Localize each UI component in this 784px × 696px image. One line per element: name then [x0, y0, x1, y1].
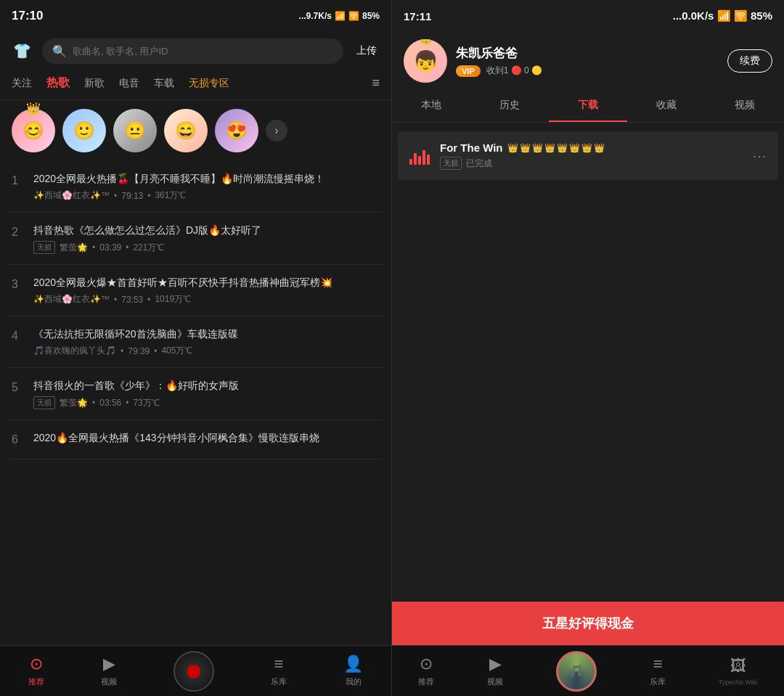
library-label-right: 乐库 — [650, 676, 666, 687]
song-num-3: 3 — [12, 278, 23, 291]
song-info-1: 2020全网最火热播🍒【月亮不睡我不睡】🔥时尚潮流慢摇串烧！ ✨西域🌸红衣✨™ … — [33, 171, 380, 202]
song-item-1[interactable]: 1 2020全网最火热播🍒【月亮不睡我不睡】🔥时尚潮流慢摇串烧！ ✨西域🌸红衣✨… — [9, 161, 383, 213]
tab-car[interactable]: 车载 — [154, 74, 174, 93]
tab-download[interactable]: 下载 — [549, 90, 627, 122]
left-status-bar: 17:10 ...9.7K/s 📶 🛜 85% — [0, 0, 391, 32]
avatar-row: 👑 😊 🙂 😐 😄 😍 › — [0, 100, 391, 161]
tab-local[interactable]: 本地 — [392, 90, 470, 122]
left-bottom-nav: ⊙ 推荐 ▶ 视频 ⏺ ≡ 乐库 👤 我的 — [0, 645, 391, 696]
song-item-3[interactable]: 3 2020全网最火爆★首首好听★百听不厌快手抖音热播神曲冠军榜💥 ✨西域🌸红衣… — [9, 265, 383, 316]
mine-label: 我的 — [346, 676, 362, 687]
nav-video-left[interactable]: ▶ 视频 — [101, 655, 117, 687]
right-bottom-nav: ⊙ 推荐 ▶ 视频 🎵 ≡ 乐库 🖼 Typecho.Wiki — [392, 645, 784, 696]
song-item-5[interactable]: 5 抖音很火的一首歌《少年》：🔥好听的女声版 无损 繁萤🌟 • 03:56 • … — [9, 368, 383, 420]
user-vip-row: VIP 收到1 🔴 0 🟡 — [456, 65, 719, 77]
album-art-icon: 🎵 — [569, 664, 584, 678]
nav-mine[interactable]: 👤 我的 — [343, 655, 363, 687]
duration-5: 03:56 — [99, 398, 121, 408]
avatar-img-5: 😍 — [215, 109, 258, 152]
artist-4: 🎵喜欢嗨的疯丫头🎵 — [33, 345, 116, 357]
nav-library-right[interactable]: ≡ 乐库 — [650, 655, 666, 687]
avatar-img-4: 😄 — [164, 109, 208, 152]
tab-collect[interactable]: 收藏 — [627, 90, 706, 122]
duration-4: 79:39 — [128, 346, 150, 356]
song-meta-1: ✨西域🌸红衣✨™ • 79:13 • 361万℃ — [33, 189, 380, 202]
wifi-icon: 🛜 — [348, 11, 359, 21]
nav-recommend[interactable]: ⊙ 推荐 — [28, 655, 44, 687]
song-meta-3: ✨西域🌸红衣✨™ • 73:53 • 1019万℃ — [33, 293, 380, 306]
user-crown-icon: 👑 — [420, 39, 432, 45]
avatar-2[interactable]: 🙂 — [62, 109, 106, 152]
battery-left: 85% — [362, 11, 380, 21]
download-item-1[interactable]: For The Win 👑👑👑👑👑👑👑👑 无损 已完成 ⋯ — [398, 131, 778, 180]
nav-recommend-right[interactable]: ⊙ 推荐 — [418, 655, 434, 687]
recommend-label: 推荐 — [28, 676, 44, 687]
artist-2: 繁萤🌟 — [60, 242, 88, 254]
video-label-left: 视频 — [101, 676, 117, 687]
tab-hot[interactable]: 热歌 — [46, 73, 70, 94]
recommend-label-right: 推荐 — [418, 676, 434, 687]
upload-button[interactable]: 上传 — [351, 41, 383, 60]
recommend-icon: ⊙ — [30, 655, 43, 674]
avatar-3[interactable]: 😐 — [113, 109, 157, 152]
video-icon-left: ▶ — [103, 655, 115, 674]
count-3: 1019万℃ — [155, 293, 191, 306]
avatar-4[interactable]: 😄 — [164, 109, 208, 152]
user-avatar[interactable]: 👦 👑 — [404, 39, 447, 83]
center-album-button[interactable]: 🎵 — [556, 651, 597, 692]
avatar-1[interactable]: 👑 😊 — [12, 109, 55, 152]
renew-button[interactable]: 续费 — [727, 49, 772, 73]
avatar-img-3: 😐 — [113, 109, 157, 152]
download-more-button[interactable]: ⋯ — [752, 149, 767, 163]
right-signal-icon: 📶 — [717, 9, 731, 22]
song-title-2: 抖音热歌《怎么做怎么过怎么活》DJ版🔥太好听了 — [33, 223, 380, 238]
song-meta-5: 无损 繁萤🌟 • 03:56 • 73万℃ — [33, 396, 380, 409]
right-panel: 17:11 ...0.0K/s 📶 🛜 85% 👦 👑 朱凯乐爸爸 VIP 收到… — [392, 0, 784, 696]
artist-1: ✨西域🌸红衣✨™ — [33, 189, 110, 202]
nav-library-left[interactable]: ≡ 乐库 — [271, 655, 287, 687]
song-item-2[interactable]: 2 抖音热歌《怎么做怎么过怎么活》DJ版🔥太好听了 无损 繁萤🌟 • 03:39… — [9, 213, 383, 265]
credit-label: Typecho.Wiki — [719, 679, 758, 686]
nav-center-left[interactable]: ⏺ — [173, 651, 214, 692]
tab-new[interactable]: 新歌 — [84, 74, 105, 93]
right-nav-tabs: 本地 历史 下载 收藏 视频 — [392, 90, 784, 123]
avatar-5[interactable]: 😍 — [215, 109, 258, 152]
song-num-6: 6 — [12, 433, 23, 446]
crown-icons: 👑👑👑👑👑👑👑👑 — [507, 143, 606, 153]
nav-tabs: 关注 热歌 新歌 电音 车载 无损专区 ≡ — [0, 70, 391, 100]
lossless-badge-2: 无损 — [33, 241, 55, 254]
center-play-button[interactable]: ⏺ — [173, 651, 214, 692]
nav-more-icon[interactable]: ≡ — [372, 75, 380, 91]
nav-video-right[interactable]: ▶ 视频 — [487, 655, 503, 687]
five-star-banner[interactable]: 五星好评得现金 — [392, 602, 784, 645]
nav-center-right[interactable]: 🎵 — [556, 651, 597, 692]
song-info-6: 2020🔥全网最火热播《143分钟抖音小阿枫合集》慢歌连版串烧 — [33, 430, 380, 449]
artist-5: 繁萤🌟 — [60, 397, 88, 409]
profile-icon-right: 🖼 — [730, 657, 746, 676]
song-item-4[interactable]: 4 《无法抗拒无限循环20首洗脑曲》车载连版碟 🎵喜欢嗨的疯丫头🎵 • 79:3… — [9, 316, 383, 368]
tab-follow[interactable]: 关注 — [12, 74, 32, 93]
nav-profile-right[interactable]: 🖼 Typecho.Wiki — [719, 657, 758, 686]
search-input[interactable] — [73, 46, 333, 57]
song-info-2: 抖音热歌《怎么做怎么过怎么活》DJ版🔥太好听了 无损 繁萤🌟 • 03:39 •… — [33, 223, 380, 254]
song-num-5: 5 — [12, 381, 23, 394]
artist-3: ✨西域🌸红衣✨™ — [33, 293, 110, 306]
tab-lossless[interactable]: 无损专区 — [189, 74, 229, 93]
music-bars-icon — [409, 147, 430, 165]
song-item-6[interactable]: 6 2020🔥全网最火热播《143分钟抖音小阿枫合集》慢歌连版串烧 — [9, 420, 383, 459]
lossless-badge-5: 无损 — [33, 396, 55, 409]
avatar-crown-1: 👑 — [26, 102, 41, 115]
song-title-5: 抖音很火的一首歌《少年》：🔥好听的女声版 — [33, 378, 380, 393]
tab-history[interactable]: 历史 — [470, 90, 549, 122]
user-name: 朱凯乐爸爸 — [456, 45, 719, 62]
avatar-img-2: 🙂 — [62, 109, 106, 152]
song-info-5: 抖音很火的一首歌《少年》：🔥好听的女声版 无损 繁萤🌟 • 03:56 • 73… — [33, 378, 380, 409]
tab-video-right[interactable]: 视频 — [706, 90, 784, 122]
song-title-1: 2020全网最火热播🍒【月亮不睡我不睡】🔥时尚潮流慢摇串烧！ — [33, 171, 380, 187]
left-time: 17:10 — [12, 9, 43, 23]
user-coins: 收到1 🔴 0 🟡 — [486, 65, 542, 77]
avatar-next-button[interactable]: › — [266, 120, 287, 142]
shirt-icon[interactable]: 👕 — [9, 38, 35, 64]
tab-electric[interactable]: 电音 — [119, 74, 139, 93]
search-input-wrap[interactable]: 🔍 — [42, 38, 343, 64]
